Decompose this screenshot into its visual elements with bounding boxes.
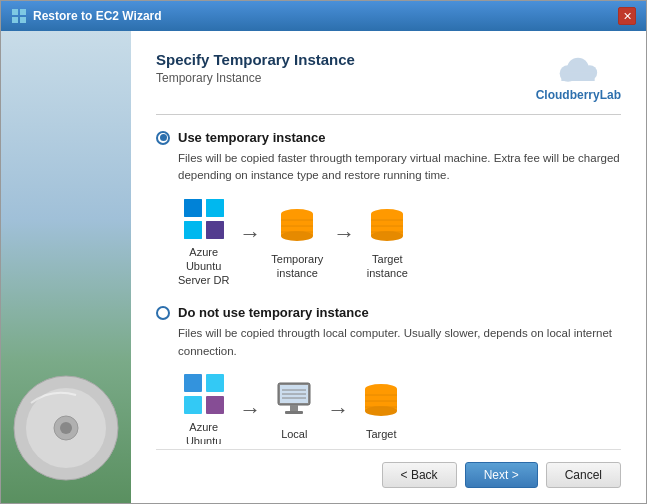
page-title: Specify Temporary Instance	[156, 51, 355, 68]
flow-label-azure-2: AzureUbuntuServer DR	[178, 420, 229, 444]
svg-rect-38	[290, 405, 298, 411]
svg-rect-33	[206, 374, 224, 392]
svg-rect-19	[206, 221, 224, 239]
sidebar	[1, 31, 131, 503]
next-button[interactable]: Next >	[465, 462, 538, 488]
header-titles: Specify Temporary Instance Temporary Ins…	[156, 51, 355, 85]
computer-icon	[272, 379, 316, 423]
svg-rect-34	[184, 396, 202, 414]
content-area: Specify Temporary Instance Temporary Ins…	[1, 31, 646, 503]
radio-use-temp[interactable]	[156, 131, 170, 145]
aws-target-icon-1	[365, 204, 409, 248]
window-icon	[11, 8, 27, 24]
flow-item-local-computer: Localcomputer	[271, 379, 317, 444]
flow-arrow-3: →	[239, 397, 261, 423]
flow-diagram-no-temp: AzureUbuntuServer DR →	[178, 372, 621, 444]
wizard-window: Restore to EC2 Wizard ✕	[0, 0, 647, 504]
option-no-temp-desc: Files will be copied througth local comp…	[178, 325, 621, 360]
svg-rect-18	[184, 221, 202, 239]
flow-label-target-2: Targetinstance	[361, 427, 402, 444]
svg-rect-35	[206, 396, 224, 414]
flow-arrow-4: →	[327, 397, 349, 423]
option-use-temp: Use temporary instance Files will be cop…	[156, 130, 621, 287]
window-title: Restore to EC2 Wizard	[33, 9, 162, 23]
svg-point-7	[60, 422, 72, 434]
flow-item-azure-1: AzureUbuntuServer DR	[178, 197, 229, 288]
title-bar-left: Restore to EC2 Wizard	[11, 8, 162, 24]
svg-rect-2	[12, 17, 18, 23]
close-button[interactable]: ✕	[618, 7, 636, 25]
option-no-temp-label: Do not use temporary instance	[178, 305, 369, 320]
cancel-button[interactable]: Cancel	[546, 462, 621, 488]
flow-item-target-2: Targetinstance	[359, 379, 403, 444]
flow-item-target-1: Targetinstance	[365, 204, 409, 281]
flow-diagram-temp: AzureUbuntuServer DR →	[178, 197, 621, 288]
option-use-temp-header[interactable]: Use temporary instance	[156, 130, 621, 145]
aws-target-icon-2	[359, 379, 403, 423]
svg-rect-16	[184, 199, 202, 217]
flow-arrow-1: →	[239, 221, 261, 247]
logo-cloud-icon	[553, 51, 603, 86]
aws-temp-icon	[275, 204, 319, 248]
flow-label-temp-instance: Temporaryinstance	[271, 252, 323, 281]
options-area: Use temporary instance Files will be cop…	[156, 130, 621, 444]
main-panel: Specify Temporary Instance Temporary Ins…	[131, 31, 646, 503]
radio-no-temp[interactable]	[156, 306, 170, 320]
svg-rect-32	[184, 374, 202, 392]
svg-rect-1	[20, 9, 26, 15]
svg-rect-3	[20, 17, 26, 23]
page-header: Specify Temporary Instance Temporary Ins…	[156, 51, 621, 115]
flow-label-local-computer: Localcomputer	[271, 427, 317, 444]
svg-rect-39	[285, 411, 303, 414]
flow-label-azure-1: AzureUbuntuServer DR	[178, 245, 229, 288]
option-no-temp-header[interactable]: Do not use temporary instance	[156, 305, 621, 320]
sidebar-disc	[11, 373, 121, 483]
option-use-temp-desc: Files will be copied faster througth tem…	[178, 150, 621, 185]
flow-label-target-1: Targetinstance	[367, 252, 408, 281]
option-use-temp-label: Use temporary instance	[178, 130, 325, 145]
flow-item-azure-2: AzureUbuntuServer DR	[178, 372, 229, 444]
svg-rect-11	[562, 73, 595, 81]
option-no-temp: Do not use temporary instance Files will…	[156, 305, 621, 444]
back-button[interactable]: < Back	[382, 462, 457, 488]
azure-icon-1	[182, 197, 226, 241]
page-subtitle: Temporary Instance	[156, 71, 355, 85]
wizard-footer: < Back Next > Cancel	[156, 449, 621, 488]
logo-text: CloudberryLab	[536, 88, 621, 102]
logo-area: CloudberryLab	[536, 51, 621, 102]
svg-rect-0	[12, 9, 18, 15]
svg-rect-17	[206, 199, 224, 217]
flow-item-temp-instance: Temporaryinstance	[271, 204, 323, 281]
flow-arrow-2: →	[333, 221, 355, 247]
title-bar: Restore to EC2 Wizard ✕	[1, 1, 646, 31]
azure-icon-2	[182, 372, 226, 416]
